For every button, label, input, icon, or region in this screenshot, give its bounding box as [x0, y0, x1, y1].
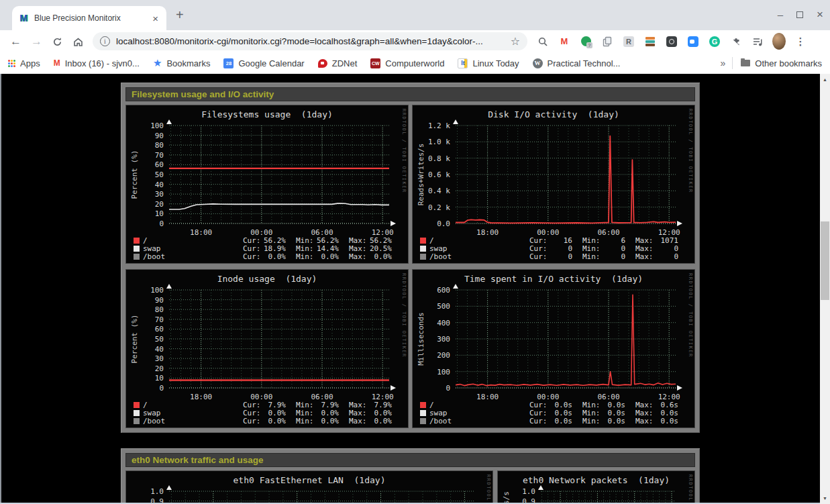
legend-swatch	[420, 410, 426, 416]
chart-disk-io-activity[interactable]: 0.00.2 k0.4 k0.6 k0.8 k1.0 k1.2 k18:0000…	[412, 105, 695, 264]
legend-row: /bootCur:0Min:0Max:0	[420, 252, 678, 260]
dark-app-extension-icon[interactable]	[665, 35, 678, 48]
tab-close-icon[interactable]: ×	[150, 13, 160, 24]
gmail-extension-icon[interactable]: M	[558, 35, 571, 48]
back-button[interactable]: ←	[5, 35, 26, 48]
chart-inode-usage[interactable]: 010203040506070809010018:0000:0006:0012:…	[125, 269, 409, 428]
extensions-puzzle-icon[interactable]	[729, 35, 743, 48]
calendar-icon: 28	[223, 58, 234, 68]
bookmarks-overflow-icon[interactable]: »	[721, 58, 726, 68]
reader-extension-icon[interactable]: R	[622, 35, 635, 48]
legend-cur-value: Cur:0.0%	[243, 417, 286, 425]
scrollbar-down-icon[interactable]: ▼	[820, 496, 830, 501]
chart-filesystems-usage[interactable]: 010203040506070809010018:0000:0006:0012:…	[125, 105, 409, 264]
bookmark-label: Google Calendar	[238, 58, 304, 68]
other-bookmarks-button[interactable]: Other bookmarks	[741, 58, 822, 68]
playlist-extension-icon[interactable]	[751, 35, 764, 48]
bookmark-computerworld[interactable]: CW Computerworld	[370, 58, 444, 68]
minimize-button[interactable]: –	[778, 8, 783, 21]
bookmark-apps[interactable]: Apps	[8, 58, 40, 68]
zoom-extension-icon[interactable]	[686, 35, 700, 48]
reload-icon	[52, 36, 63, 48]
chart-y-axis-label: Packets/s	[502, 478, 513, 504]
svg-text:90: 90	[155, 296, 164, 305]
rrdtool-watermark: RRDTOOL / TOBI OETIKER	[486, 474, 491, 504]
legend-cur-value: Cur:0	[529, 252, 572, 261]
legend-max-value: Max:0.0s	[635, 417, 678, 425]
legend-series-name: /boot	[429, 417, 452, 425]
grammarly-extension-icon[interactable]: G	[708, 35, 721, 48]
legend-swatch	[420, 254, 426, 260]
bookmark-practical-technology[interactable]: W Practical Technol...	[533, 58, 621, 68]
chart-title: Time spent in I/O activity (1day)	[413, 274, 694, 284]
legend-row: /bootCur:0.0%Min:0.0%Max:0.0%	[134, 252, 392, 260]
bookmark-inbox[interactable]: M Inbox (16) - sjvn0...	[54, 58, 140, 68]
page-info-icon[interactable]: i	[100, 36, 110, 46]
rrdtool-watermark: RRDTOOL / TOBI OETIKER	[401, 273, 407, 358]
bookmarks-divider	[732, 57, 733, 69]
folder-icon	[741, 60, 750, 66]
chart-legend: /Cur:56.2%Min:56.2%Max:56.2%swapCur:18.9…	[134, 236, 392, 260]
browser-tab[interactable]: M Blue Precision Monitorix ×	[12, 6, 166, 30]
url-text[interactable]: localhost:8080/monitorix-cgi/monitorix.c…	[116, 36, 507, 46]
url-host: localhost:8080	[116, 36, 174, 46]
legend-swatch	[420, 238, 426, 244]
legend-min-value: Min:0	[582, 252, 625, 261]
close-button[interactable]: ×	[817, 8, 823, 21]
other-bookmarks-label: Other bookmarks	[755, 58, 822, 68]
address-bar[interactable]: i localhost:8080/monitorix-cgi/monitorix…	[93, 32, 527, 50]
chart-legend: /Cur:0.0sMin:0.0sMax:0.6sswapCur:0.0sMin…	[420, 401, 678, 425]
reload-button[interactable]	[47, 35, 68, 48]
chart-legend: /Cur:7.9%Min:7.9%Max:7.9%swapCur:0.0%Min…	[134, 401, 392, 425]
voice-extension-icon[interactable]: ?	[579, 35, 592, 48]
wordpress-icon: W	[533, 58, 543, 68]
legend-series-name: /boot	[143, 252, 165, 261]
bookmark-linux-today[interactable]: lt Linux Today	[458, 58, 519, 68]
bookmark-star-icon[interactable]: ☆	[511, 35, 520, 48]
maximize-button[interactable]	[796, 11, 803, 18]
window-left-edge	[0, 74, 1, 504]
books-extension-icon[interactable]	[643, 35, 657, 48]
scrollbar-up-icon[interactable]: ▲	[820, 77, 830, 82]
svg-text:20: 20	[155, 364, 164, 373]
svg-text:70: 70	[155, 151, 164, 160]
svg-text:10: 10	[155, 209, 164, 218]
legend-min-value: Min:0.0%	[296, 417, 339, 425]
rrdtool-watermark: RRDTOOL / TOBI OETIKER	[688, 109, 693, 193]
svg-text:20: 20	[155, 200, 164, 209]
linux-today-icon: lt	[458, 58, 468, 68]
search-extension-icon[interactable]	[536, 35, 550, 48]
legend-row: swapCur:0Min:0Max:0	[420, 244, 678, 252]
browser-menu-icon[interactable]: ⋮	[794, 35, 807, 48]
rrdtool-watermark: RRDTOOL / TOBI OETIKER	[401, 109, 407, 193]
section-eth0-network: eth0 Network traffic and usage 0.00.10.2…	[121, 448, 700, 504]
chart-eth0-packets[interactable]: 0.00.10.20.30.40.50.60.70.80.91.018:0000…	[497, 470, 695, 504]
profile-avatar[interactable]	[772, 35, 786, 48]
home-button[interactable]	[68, 35, 89, 48]
legend-row: /Cur:16Min:6Max:1071	[420, 236, 678, 244]
svg-text:0.4 k: 0.4 k	[428, 187, 450, 195]
chart-y-axis-label: Reads+Writes/s	[417, 141, 427, 208]
home-icon	[72, 36, 84, 48]
svg-text:10: 10	[155, 374, 164, 383]
scrollbar[interactable]: ▲ ▼	[820, 74, 830, 504]
legend-min-value: Min:0.0s	[582, 417, 625, 425]
chart-time-spent-io[interactable]: 010020030040050060018:0000:0006:0012:00 …	[412, 269, 695, 428]
bookmark-google-calendar[interactable]: 28 Google Calendar	[223, 58, 304, 68]
legend-swatch	[420, 418, 426, 424]
section-title-filesystem: Filesystem usage and I/O activity	[125, 87, 695, 101]
svg-text:60: 60	[155, 325, 164, 334]
grammarly-letter: G	[709, 36, 720, 47]
svg-text:500: 500	[437, 302, 450, 311]
bookmark-bookmarks[interactable]: ★ Bookmarks	[153, 57, 210, 69]
scrollbar-thumb[interactable]	[821, 221, 829, 300]
copy-pages-extension-icon[interactable]	[601, 35, 614, 48]
computerworld-icon: CW	[370, 58, 380, 68]
svg-text:60: 60	[155, 160, 164, 169]
svg-text:0: 0	[446, 384, 450, 393]
bookmark-zdnet[interactable]: ZDNet	[318, 58, 358, 68]
svg-text:1.0 k: 1.0 k	[428, 138, 450, 146]
chart-eth0-traffic[interactable]: 0.00.10.20.30.40.50.60.70.80.91.018:0000…	[125, 470, 493, 504]
new-tab-button[interactable]: +	[176, 7, 184, 23]
legend-min-value: Min:0.0%	[296, 252, 339, 261]
